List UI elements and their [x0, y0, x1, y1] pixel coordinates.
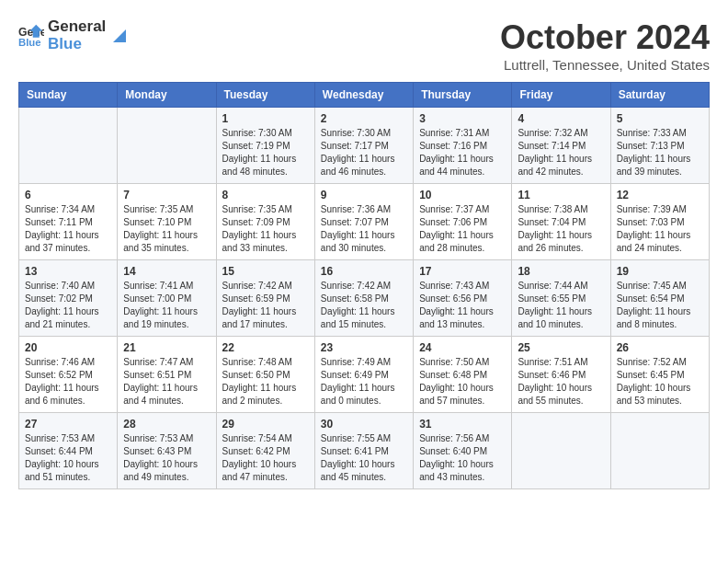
- day-info: Sunrise: 7:42 AM Sunset: 6:59 PM Dayligh…: [222, 280, 309, 331]
- day-info: Sunrise: 7:39 AM Sunset: 7:03 PM Dayligh…: [617, 203, 703, 255]
- day-number: 11: [518, 189, 604, 201]
- calendar-cell: 12Sunrise: 7:39 AM Sunset: 7:03 PM Dayli…: [610, 184, 709, 260]
- calendar-cell: 1Sunrise: 7:30 AM Sunset: 7:19 PM Daylig…: [216, 108, 314, 184]
- calendar-cell: 28Sunrise: 7:53 AM Sunset: 6:43 PM Dayli…: [118, 413, 216, 489]
- calendar-cell: 5Sunrise: 7:33 AM Sunset: 7:13 PM Daylig…: [610, 108, 709, 184]
- day-info: Sunrise: 7:45 AM Sunset: 6:54 PM Dayligh…: [617, 280, 703, 331]
- day-info: Sunrise: 7:32 AM Sunset: 7:14 PM Dayligh…: [518, 127, 604, 178]
- day-info: Sunrise: 7:56 AM Sunset: 6:40 PM Dayligh…: [419, 432, 506, 484]
- calendar-week-row-1: 1Sunrise: 7:30 AM Sunset: 7:19 PM Daylig…: [19, 108, 710, 184]
- weekday-header-friday: Friday: [512, 83, 610, 108]
- day-number: 24: [419, 341, 506, 354]
- calendar-cell: 9Sunrise: 7:36 AM Sunset: 7:07 PM Daylig…: [314, 184, 413, 260]
- day-number: 30: [321, 418, 407, 431]
- day-info: Sunrise: 7:31 AM Sunset: 7:16 PM Dayligh…: [419, 127, 506, 178]
- calendar-cell: 14Sunrise: 7:41 AM Sunset: 7:00 PM Dayli…: [118, 260, 216, 337]
- calendar-cell: 2Sunrise: 7:30 AM Sunset: 7:17 PM Daylig…: [314, 108, 413, 184]
- logo-text-general: General: [48, 18, 106, 36]
- day-number: 7: [123, 189, 210, 201]
- day-info: Sunrise: 7:44 AM Sunset: 6:55 PM Dayligh…: [518, 280, 604, 331]
- day-info: Sunrise: 7:53 AM Sunset: 6:44 PM Dayligh…: [25, 432, 111, 484]
- month-title: October 2024: [500, 18, 710, 57]
- calendar-cell: 18Sunrise: 7:44 AM Sunset: 6:55 PM Dayli…: [512, 260, 610, 337]
- day-number: 31: [419, 418, 506, 431]
- calendar-week-row-3: 13Sunrise: 7:40 AM Sunset: 7:02 PM Dayli…: [19, 260, 710, 337]
- calendar-cell: 21Sunrise: 7:47 AM Sunset: 6:51 PM Dayli…: [118, 337, 216, 413]
- calendar-week-row-4: 20Sunrise: 7:46 AM Sunset: 6:52 PM Dayli…: [19, 337, 710, 413]
- day-number: 25: [518, 341, 604, 354]
- day-info: Sunrise: 7:51 AM Sunset: 6:46 PM Dayligh…: [518, 356, 604, 408]
- day-number: 3: [419, 112, 506, 125]
- calendar-header: SundayMondayTuesdayWednesdayThursdayFrid…: [19, 83, 710, 108]
- day-number: 22: [222, 341, 309, 354]
- location-text: Luttrell, Tennessee, United States: [500, 57, 710, 73]
- day-info: Sunrise: 7:50 AM Sunset: 6:48 PM Dayligh…: [419, 356, 506, 408]
- weekday-header-monday: Monday: [118, 83, 216, 108]
- day-number: 26: [617, 341, 703, 354]
- calendar-cell: 15Sunrise: 7:42 AM Sunset: 6:59 PM Dayli…: [216, 260, 314, 337]
- calendar-table: SundayMondayTuesdayWednesdayThursdayFrid…: [18, 82, 710, 489]
- calendar-cell: 31Sunrise: 7:56 AM Sunset: 6:40 PM Dayli…: [414, 413, 512, 489]
- day-number: 1: [222, 112, 309, 125]
- calendar-cell: 20Sunrise: 7:46 AM Sunset: 6:52 PM Dayli…: [19, 337, 118, 413]
- day-number: 20: [25, 341, 111, 354]
- page-header: General Blue General Blue October 2024 L…: [18, 18, 710, 73]
- day-info: Sunrise: 7:36 AM Sunset: 7:07 PM Dayligh…: [321, 203, 407, 255]
- day-number: 2: [321, 112, 407, 125]
- calendar-week-row-5: 27Sunrise: 7:53 AM Sunset: 6:44 PM Dayli…: [19, 413, 710, 489]
- day-info: Sunrise: 7:53 AM Sunset: 6:43 PM Dayligh…: [123, 432, 210, 484]
- day-number: 4: [518, 112, 604, 125]
- title-block: October 2024 Luttrell, Tennessee, United…: [500, 18, 710, 73]
- logo-triangle-icon: [109, 26, 130, 46]
- calendar-cell: 22Sunrise: 7:48 AM Sunset: 6:50 PM Dayli…: [216, 337, 314, 413]
- weekday-header-tuesday: Tuesday: [216, 83, 314, 108]
- day-info: Sunrise: 7:47 AM Sunset: 6:51 PM Dayligh…: [123, 356, 210, 408]
- day-info: Sunrise: 7:30 AM Sunset: 7:17 PM Dayligh…: [321, 127, 407, 178]
- weekday-header-thursday: Thursday: [414, 83, 512, 108]
- calendar-cell: 19Sunrise: 7:45 AM Sunset: 6:54 PM Dayli…: [610, 260, 709, 337]
- weekday-header-sunday: Sunday: [19, 83, 118, 108]
- day-number: 10: [419, 189, 506, 201]
- calendar-cell: [610, 413, 709, 489]
- day-info: Sunrise: 7:54 AM Sunset: 6:42 PM Dayligh…: [222, 432, 309, 484]
- calendar-cell: 24Sunrise: 7:50 AM Sunset: 6:48 PM Dayli…: [414, 337, 512, 413]
- weekday-header-row: SundayMondayTuesdayWednesdayThursdayFrid…: [19, 83, 710, 108]
- svg-text:Blue: Blue: [18, 36, 41, 47]
- calendar-cell: 11Sunrise: 7:38 AM Sunset: 7:04 PM Dayli…: [512, 184, 610, 260]
- calendar-cell: 6Sunrise: 7:34 AM Sunset: 7:11 PM Daylig…: [19, 184, 118, 260]
- day-number: 13: [25, 265, 111, 278]
- day-info: Sunrise: 7:48 AM Sunset: 6:50 PM Dayligh…: [222, 356, 309, 408]
- weekday-header-saturday: Saturday: [610, 83, 709, 108]
- calendar-cell: [512, 413, 610, 489]
- calendar-cell: 30Sunrise: 7:55 AM Sunset: 6:41 PM Dayli…: [314, 413, 413, 489]
- day-info: Sunrise: 7:41 AM Sunset: 7:00 PM Dayligh…: [123, 280, 210, 331]
- calendar-cell: 26Sunrise: 7:52 AM Sunset: 6:45 PM Dayli…: [610, 337, 709, 413]
- day-info: Sunrise: 7:40 AM Sunset: 7:02 PM Dayligh…: [25, 280, 111, 331]
- day-number: 27: [25, 418, 111, 431]
- day-number: 23: [321, 341, 407, 354]
- day-info: Sunrise: 7:35 AM Sunset: 7:10 PM Dayligh…: [123, 203, 210, 255]
- day-info: Sunrise: 7:42 AM Sunset: 6:58 PM Dayligh…: [321, 280, 407, 331]
- day-info: Sunrise: 7:43 AM Sunset: 6:56 PM Dayligh…: [419, 280, 506, 331]
- calendar-cell: [118, 108, 216, 184]
- calendar-cell: 10Sunrise: 7:37 AM Sunset: 7:06 PM Dayli…: [414, 184, 512, 260]
- day-number: 19: [617, 265, 703, 278]
- day-info: Sunrise: 7:37 AM Sunset: 7:06 PM Dayligh…: [419, 203, 506, 255]
- logo: General Blue General Blue: [18, 18, 130, 52]
- calendar-cell: 16Sunrise: 7:42 AM Sunset: 6:58 PM Dayli…: [314, 260, 413, 337]
- calendar-cell: 27Sunrise: 7:53 AM Sunset: 6:44 PM Dayli…: [19, 413, 118, 489]
- calendar-cell: 8Sunrise: 7:35 AM Sunset: 7:09 PM Daylig…: [216, 184, 314, 260]
- day-info: Sunrise: 7:52 AM Sunset: 6:45 PM Dayligh…: [617, 356, 703, 408]
- day-info: Sunrise: 7:30 AM Sunset: 7:19 PM Dayligh…: [222, 127, 309, 178]
- day-number: 15: [222, 265, 309, 278]
- day-number: 12: [617, 189, 703, 201]
- day-number: 14: [123, 265, 210, 278]
- day-info: Sunrise: 7:38 AM Sunset: 7:04 PM Dayligh…: [518, 203, 604, 255]
- calendar-cell: 25Sunrise: 7:51 AM Sunset: 6:46 PM Dayli…: [512, 337, 610, 413]
- day-number: 5: [617, 112, 703, 125]
- day-number: 21: [123, 341, 210, 354]
- day-number: 28: [123, 418, 210, 431]
- logo-text-blue: Blue: [48, 36, 106, 53]
- day-info: Sunrise: 7:55 AM Sunset: 6:41 PM Dayligh…: [321, 432, 407, 484]
- day-number: 6: [25, 189, 111, 201]
